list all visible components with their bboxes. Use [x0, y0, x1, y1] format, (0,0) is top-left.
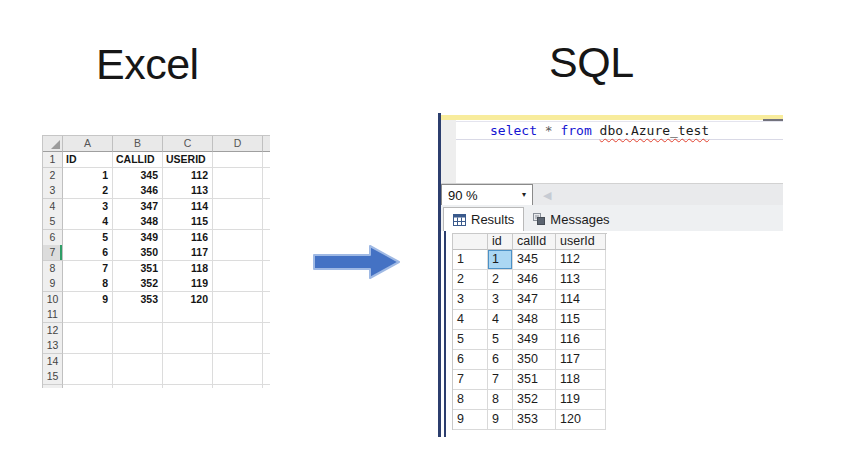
- excel-cell-c[interactable]: 118: [163, 261, 213, 277]
- excel-cell-c[interactable]: [163, 307, 213, 323]
- callid-cell[interactable]: 351: [513, 370, 556, 390]
- excel-column-header-b[interactable]: B: [113, 136, 163, 152]
- callid-cell[interactable]: 350: [513, 350, 556, 370]
- excel-cell-b[interactable]: 348: [113, 214, 163, 230]
- excel-row-header[interactable]: 8: [43, 261, 63, 277]
- excel-row-header[interactable]: 9: [43, 276, 63, 292]
- tab-messages[interactable]: Messages: [524, 207, 618, 231]
- id-cell[interactable]: 5: [488, 330, 513, 350]
- excel-row-header[interactable]: 7: [43, 245, 63, 261]
- row-number-cell[interactable]: 9: [453, 410, 488, 430]
- userid-cell[interactable]: 117: [556, 350, 606, 370]
- excel-cell-b[interactable]: 349: [113, 230, 163, 246]
- excel-cell-c[interactable]: 120: [163, 292, 213, 308]
- excel-cell-c[interactable]: [163, 323, 213, 339]
- row-number-cell[interactable]: 1: [453, 250, 488, 270]
- excel-cell-c[interactable]: [163, 338, 213, 354]
- excel-cell-a[interactable]: [63, 385, 113, 389]
- excel-cell-a[interactable]: ID: [63, 152, 113, 168]
- excel-cell-a[interactable]: [63, 369, 113, 385]
- userid-cell[interactable]: 114: [556, 290, 606, 310]
- callid-cell[interactable]: 349: [513, 330, 556, 350]
- excel-cell-d[interactable]: [213, 245, 263, 261]
- id-cell[interactable]: 9: [488, 410, 513, 430]
- row-number-cell[interactable]: 3: [453, 290, 488, 310]
- excel-cell-a[interactable]: 3: [63, 199, 113, 215]
- row-number-cell[interactable]: 6: [453, 350, 488, 370]
- userid-cell[interactable]: 113: [556, 270, 606, 290]
- userid-cell[interactable]: 119: [556, 390, 606, 410]
- excel-row-header[interactable]: 14: [43, 354, 63, 370]
- callid-cell[interactable]: 352: [513, 390, 556, 410]
- query-line[interactable]: select * from dbo.Azure_test: [456, 121, 783, 140]
- excel-cell-d[interactable]: [213, 369, 263, 385]
- userid-cell[interactable]: 116: [556, 330, 606, 350]
- excel-row-header[interactable]: 13: [43, 338, 63, 354]
- userid-cell[interactable]: 118: [556, 370, 606, 390]
- excel-cell-d[interactable]: [213, 230, 263, 246]
- excel-cell-b[interactable]: 353: [113, 292, 163, 308]
- excel-cell-a[interactable]: 2: [63, 183, 113, 199]
- excel-row-header[interactable]: 2: [43, 168, 63, 184]
- row-number-cell[interactable]: 8: [453, 390, 488, 410]
- excel-cell-a[interactable]: 9: [63, 292, 113, 308]
- excel-cell-a[interactable]: [63, 338, 113, 354]
- excel-cell-a[interactable]: 4: [63, 214, 113, 230]
- excel-cell-b[interactable]: 345: [113, 168, 163, 184]
- excel-row-header[interactable]: 11: [43, 307, 63, 323]
- excel-cell-a[interactable]: [63, 307, 113, 323]
- excel-cell-d[interactable]: [213, 338, 263, 354]
- excel-cell-b[interactable]: CALLID: [113, 152, 163, 168]
- excel-cell-a[interactable]: 8: [63, 276, 113, 292]
- excel-cell-d[interactable]: [213, 323, 263, 339]
- callid-cell[interactable]: 346: [513, 270, 556, 290]
- excel-cell-b[interactable]: [113, 338, 163, 354]
- zoom-level-dropdown[interactable]: 90 % ▾: [441, 184, 533, 206]
- excel-cell-a[interactable]: [63, 323, 113, 339]
- id-cell[interactable]: 7: [488, 370, 513, 390]
- excel-cell-c[interactable]: 114: [163, 199, 213, 215]
- row-number-cell[interactable]: 4: [453, 310, 488, 330]
- id-cell[interactable]: 3: [488, 290, 513, 310]
- callid-cell[interactable]: 345: [513, 250, 556, 270]
- excel-row-header[interactable]: 1: [43, 152, 63, 168]
- excel-cell-c[interactable]: [163, 369, 213, 385]
- excel-cell-b[interactable]: [113, 385, 163, 389]
- tab-results[interactable]: Results: [443, 207, 524, 231]
- excel-row-header[interactable]: 16: [43, 385, 63, 389]
- row-number-cell[interactable]: 5: [453, 330, 488, 350]
- excel-row-header[interactable]: 6: [43, 230, 63, 246]
- excel-cell-b[interactable]: 347: [113, 199, 163, 215]
- query-editor[interactable]: select * from dbo.Azure_test: [441, 113, 783, 183]
- excel-cell-c[interactable]: [163, 354, 213, 370]
- id-cell[interactable]: 6: [488, 350, 513, 370]
- results-grid-header-userid[interactable]: userId: [556, 234, 606, 250]
- excel-cell-d[interactable]: [213, 276, 263, 292]
- excel-row-header[interactable]: 10: [43, 292, 63, 308]
- excel-cell-b[interactable]: 346: [113, 183, 163, 199]
- callid-cell[interactable]: 347: [513, 290, 556, 310]
- id-cell[interactable]: 1: [488, 250, 513, 270]
- excel-cell-c[interactable]: USERID: [163, 152, 213, 168]
- excel-cell-a[interactable]: 1: [63, 168, 113, 184]
- excel-row-header[interactable]: 12: [43, 323, 63, 339]
- userid-cell[interactable]: 120: [556, 410, 606, 430]
- excel-row-header[interactable]: 4: [43, 199, 63, 215]
- excel-cell-c[interactable]: 119: [163, 276, 213, 292]
- excel-cell-a[interactable]: 6: [63, 245, 113, 261]
- excel-cell-d[interactable]: [213, 307, 263, 323]
- excel-column-header-c[interactable]: C: [163, 136, 213, 152]
- excel-cell-b[interactable]: [113, 354, 163, 370]
- excel-cell-a[interactable]: 5: [63, 230, 113, 246]
- excel-cell-d[interactable]: [213, 354, 263, 370]
- row-number-cell[interactable]: 7: [453, 370, 488, 390]
- excel-cell-b[interactable]: [113, 369, 163, 385]
- excel-cell-c[interactable]: [163, 385, 213, 389]
- excel-cell-d[interactable]: [213, 152, 263, 168]
- excel-cell-d[interactable]: [213, 385, 263, 389]
- excel-cell-d[interactable]: [213, 292, 263, 308]
- results-grid-header-id[interactable]: id: [488, 234, 513, 250]
- excel-column-header-d[interactable]: D: [213, 136, 263, 152]
- scrollbar-left-arrow-icon[interactable]: ◀: [543, 187, 551, 203]
- row-number-cell[interactable]: 2: [453, 270, 488, 290]
